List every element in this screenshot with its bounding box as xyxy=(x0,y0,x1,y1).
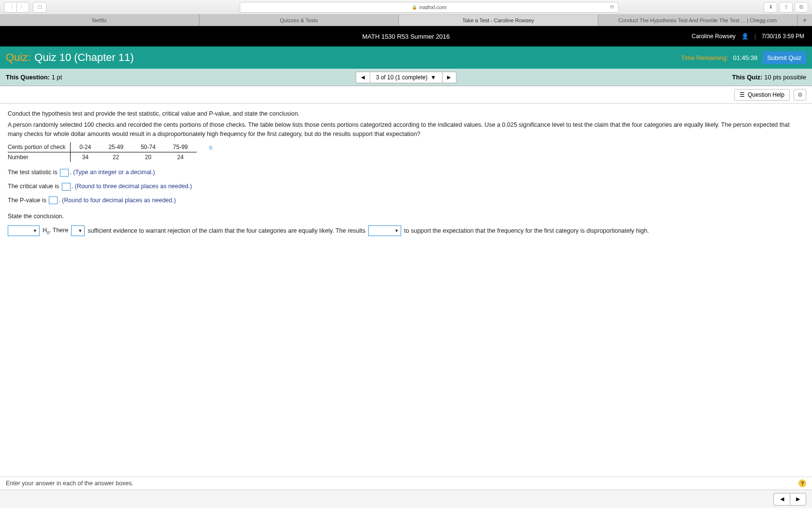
conclusion-dropdown-1[interactable]: ▼ xyxy=(8,225,40,236)
conclusion-row: ▼ H0. There ▼ sufficient evidence to war… xyxy=(8,225,804,236)
quiz-header: Quiz: Quiz 10 (Chapter 11) Time Remainin… xyxy=(0,46,812,69)
val-3: 24 xyxy=(164,152,197,163)
val-2: 20 xyxy=(132,152,164,163)
col-1: 25-49 xyxy=(100,142,132,152)
p-value-line: The P-value is . (Round to four decimal … xyxy=(8,196,804,205)
row-label-1: Number xyxy=(8,152,71,163)
col-2: 50-74 xyxy=(132,142,164,152)
question-bar: This Question: 1 pt ◀ 3 of 10 (1 complet… xyxy=(0,69,812,86)
quiz-title: Quiz 10 (Chapter 11) xyxy=(34,51,133,64)
sidebar-toggle-button[interactable]: ☐ xyxy=(33,2,46,13)
settings-button[interactable]: ⚙ xyxy=(794,89,806,101)
reload-icon[interactable]: ⟳ xyxy=(610,4,614,10)
time-remaining: 01:45:38 xyxy=(733,54,758,61)
conclusion-dropdown-2[interactable]: ▼ xyxy=(71,225,85,236)
col-0: 0-24 xyxy=(71,142,100,152)
val-0: 34 xyxy=(71,152,100,163)
chevron-down-icon: ▼ xyxy=(394,228,399,235)
test-statistic-input[interactable] xyxy=(60,169,69,177)
back-button[interactable]: 〈 xyxy=(4,2,16,13)
test-statistic-line: The test statistic is . (Type an integer… xyxy=(8,168,804,177)
tab-bar: Netflix Quizzes & Tests Take a Test - Ca… xyxy=(0,15,812,26)
separator: | xyxy=(754,33,756,40)
this-question-pts: 1 pt xyxy=(52,74,62,81)
chevron-down-icon: ▼ xyxy=(78,228,83,235)
time-remaining-label: Time Remaining: xyxy=(681,54,728,61)
next-question-button[interactable]: ▶ xyxy=(442,72,456,83)
tab-chegg[interactable]: Conduct The Hypothesis Test And Provide … xyxy=(598,15,798,26)
question-nav: ◀ 3 of 10 (1 complete) ▼ ▶ xyxy=(356,72,457,83)
this-quiz-pts: 10 pts possible xyxy=(764,74,806,81)
url-text: mathxl.com xyxy=(419,4,446,10)
quiz-label: Quiz: xyxy=(6,51,30,64)
hint-1: (Type an integer or a decimal.) xyxy=(73,169,155,176)
footer-hint: Enter your answer in each of the answer … xyxy=(0,477,812,490)
datetime: 7/30/16 3:59 PM xyxy=(762,33,804,40)
gear-icon: ⚙ xyxy=(798,91,803,98)
toolbar-right: ⬇ ⇪ ⧉ xyxy=(764,2,808,13)
downloads-button[interactable]: ⬇ xyxy=(764,2,777,13)
conclusion-section: State the conclusion. ▼ H0. There ▼ suff… xyxy=(8,212,804,237)
copy-icon[interactable]: ⎘ xyxy=(209,145,213,150)
url-bar[interactable]: 🔒 mathxl.com ⟳ xyxy=(240,2,619,13)
user-info: Caroline Rowsey 👤 | 7/30/16 3:59 PM xyxy=(692,33,804,40)
question-content: Conduct the hypothesis test and provide … xyxy=(0,104,812,242)
footer-nav: ◀ ▶ xyxy=(0,490,812,508)
dropdown-arrow-icon: ▼ xyxy=(430,74,436,81)
conclusion-label: State the conclusion. xyxy=(8,212,804,221)
course-header: MATH 1530 R53 Summer 2016 Caroline Rowse… xyxy=(0,26,812,46)
question-intro: Conduct the hypothesis test and provide … xyxy=(8,109,804,119)
lock-icon: 🔒 xyxy=(412,5,417,10)
tabs-button[interactable]: ⧉ xyxy=(795,2,808,13)
hint-3: (Round to four decimal places as needed.… xyxy=(62,197,176,204)
this-quiz-label: This Quiz: xyxy=(732,74,763,81)
new-tab-button[interactable]: + xyxy=(798,15,812,26)
list-icon: ☰ xyxy=(740,91,745,98)
course-title: MATH 1530 R53 Summer 2016 xyxy=(362,33,450,40)
user-name: Caroline Rowsey xyxy=(692,33,736,40)
submit-quiz-button[interactable]: Submit Quiz xyxy=(762,51,806,64)
question-body: A person randomly selected 100 checks an… xyxy=(8,120,804,139)
critical-value-line: The critical value is . (Round to three … xyxy=(8,182,804,191)
question-help-button[interactable]: ☰ Question Help xyxy=(734,89,790,101)
tab-take-test[interactable]: Take a Test - Caroline Rowsey xyxy=(399,15,598,26)
forward-button[interactable]: 〉 xyxy=(16,2,29,13)
prev-question-button[interactable]: ◀ xyxy=(356,72,370,83)
hint-2: (Round to three decimal places as needed… xyxy=(75,183,192,190)
data-table: Cents portion of check 0-24 25-49 50-74 … xyxy=(8,142,221,162)
val-1: 22 xyxy=(100,152,132,163)
footer-prev-button[interactable]: ◀ xyxy=(773,493,790,506)
question-counter[interactable]: 3 of 10 (1 complete) ▼ xyxy=(370,72,442,83)
conclusion-dropdown-3[interactable]: ▼ xyxy=(368,225,401,236)
share-button[interactable]: ⇪ xyxy=(779,2,793,13)
critical-value-input[interactable] xyxy=(62,183,71,191)
chevron-down-icon: ▼ xyxy=(33,228,37,235)
user-icon[interactable]: 👤 xyxy=(741,33,749,40)
tab-netflix[interactable]: Netflix xyxy=(0,15,200,26)
this-question-label: This Question: xyxy=(6,74,50,81)
browser-toolbar: 〈 〉 ☐ 🔒 mathxl.com ⟳ ⬇ ⇪ ⧉ xyxy=(0,0,812,15)
footer-next-button[interactable]: ▶ xyxy=(790,493,806,506)
help-icon[interactable]: ? xyxy=(798,479,806,487)
row-label-0: Cents portion of check xyxy=(8,142,71,152)
help-bar: ☰ Question Help ⚙ xyxy=(0,86,812,104)
col-3: 75-99 xyxy=(164,142,197,152)
p-value-input[interactable] xyxy=(49,196,58,204)
tab-quizzes[interactable]: Quizzes & Tests xyxy=(200,15,399,26)
